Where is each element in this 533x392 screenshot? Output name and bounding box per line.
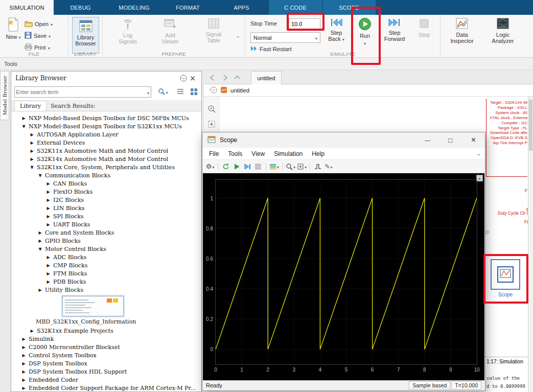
expand-arrow-icon[interactable]: ▶ — [30, 329, 34, 333]
fit-to-view-icon[interactable] — [207, 120, 216, 129]
panel-close-icon[interactable] — [188, 74, 197, 82]
prepare-gallery-arrow-icon[interactable] — [237, 33, 239, 39]
expand-arrow-icon[interactable]: ▶ — [30, 149, 34, 153]
nav-forward-icon[interactable] — [220, 74, 229, 82]
expand-arrow-icon[interactable]: ▶ — [38, 230, 42, 235]
search-history-arrow-icon[interactable] — [147, 89, 149, 96]
toolstrip-tab[interactable]: SCOPE — [322, 0, 376, 15]
library-tree-item[interactable]: ▶ S32K11x Automotive Math and Motor Cont… — [11, 147, 201, 155]
expand-arrow-icon[interactable]: ▶ — [46, 280, 51, 284]
scope-trigger-button[interactable] — [313, 162, 322, 172]
breadcrumb-model-name[interactable]: untitled — [230, 87, 249, 94]
library-tree-item[interactable]: ▼ NXP Model-Based Design Toolbox for S32… — [11, 122, 201, 130]
menu-item[interactable]: Simulation — [269, 150, 307, 157]
expand-arrow-icon[interactable]: ▼ — [38, 173, 42, 178]
grid-view-button[interactable] — [188, 86, 199, 98]
expand-arrow-icon[interactable]: ▶ — [46, 271, 51, 276]
scope-run-button[interactable] — [232, 162, 241, 172]
library-tree-item[interactable]: ▶ PDB Blocks — [11, 278, 201, 286]
library-tree-item[interactable]: ▶ Core and System Blocks — [11, 228, 201, 237]
toolstrip-tab[interactable]: DEBUG — [54, 0, 107, 15]
model-browser-side-tab[interactable]: Model Browser — [0, 71, 9, 120]
library-search-input[interactable] — [16, 87, 143, 97]
step-back-button[interactable]: Step Back — [322, 17, 350, 43]
model-tab[interactable]: untitled — [251, 71, 282, 84]
config-block-label[interactable]: MBD_S32K1xx_Config_Information — [11, 318, 201, 327]
expand-arrow-icon[interactable]: ▶ — [38, 239, 42, 243]
library-tree-item[interactable]: ▶ SPI Blocks — [11, 212, 201, 220]
library-tree-item[interactable]: ▶ ADC Blocks — [11, 253, 201, 261]
scope-plot-area[interactable]: 00.20.40.60.81012345678910 — [203, 173, 484, 380]
library-tree-item[interactable]: ▶ Utility Blocks — [11, 286, 201, 294]
simulation-mode-dropdown[interactable]: Normal — [250, 32, 320, 43]
expand-arrow-icon[interactable]: ▶ — [21, 361, 26, 366]
library-tree-item[interactable]: ▶ FTM Blocks — [11, 269, 201, 278]
library-tree-item[interactable]: ▶ GPIO Blocks — [11, 237, 201, 245]
scope-axes[interactable]: 00.20.40.60.81012345678910 — [215, 179, 477, 365]
list-view-button[interactable] — [175, 86, 186, 98]
expand-arrow-icon[interactable]: ▶ — [21, 337, 26, 341]
library-tree-item[interactable]: ▶ Control System Toolbox — [11, 351, 201, 359]
library-tree-item[interactable]: ▶ AUTOSAR Application Layer — [11, 130, 201, 139]
library-tree-item[interactable]: ▶ Embedded Coder — [11, 376, 201, 384]
nav-up-icon[interactable] — [233, 74, 242, 82]
toolstrip-tab[interactable]: MODELING — [107, 0, 161, 15]
expand-arrow-icon[interactable]: ▶ — [38, 288, 42, 292]
nav-back-icon[interactable] — [208, 74, 217, 82]
library-tree-item[interactable]: ▶ NXP Model-Based Design Toolbox for DSC… — [11, 114, 201, 122]
expand-arrow-icon[interactable]: ▶ — [21, 370, 26, 374]
library-tree-item[interactable]: ▶ DSP System Toolbox HDL Support — [11, 367, 201, 376]
scope-title-bar[interactable]: Scope — [202, 132, 485, 148]
library-tree-item[interactable]: ▶ Embedded Coder Support Package for ARM… — [11, 384, 201, 391]
stop-button[interactable]: Stop — [412, 17, 436, 38]
tab-search-results[interactable]: Search Results: — [47, 101, 99, 111]
expand-arrow-icon[interactable]: ▼ — [30, 165, 34, 170]
library-search-box[interactable] — [14, 86, 151, 98]
save-button[interactable]: Save — [25, 32, 51, 40]
menu-item[interactable]: Help — [307, 150, 329, 157]
scope-block[interactable] — [491, 259, 520, 290]
library-tree-item[interactable]: ▶ External Devices — [11, 139, 201, 147]
expand-arrow-icon[interactable]: ▶ — [46, 181, 51, 186]
expand-arrow-icon[interactable]: ▶ — [46, 198, 51, 202]
expand-arrow-icon[interactable]: ▶ — [46, 255, 51, 260]
logic-analyzer-button[interactable]: Logic Analyzer — [486, 17, 519, 44]
signal-table-button[interactable]: Signal Table — [197, 18, 230, 43]
run-button[interactable]: Run — [353, 17, 377, 46]
expand-arrow-icon[interactable]: ▶ — [30, 141, 34, 145]
library-tree-item[interactable]: ▶ UART Blocks — [11, 220, 201, 228]
canvas-vertical-scrollbar[interactable] — [528, 97, 533, 392]
search-button[interactable] — [155, 86, 171, 98]
new-button[interactable]: New — [3, 17, 24, 41]
expand-arrow-icon[interactable]: ▶ — [46, 190, 51, 194]
step-forward-button[interactable]: Step Forward — [380, 17, 409, 42]
expand-arrow-icon[interactable]: ▶ — [21, 378, 26, 382]
library-browser-button[interactable]: Library Browser — [72, 17, 99, 54]
library-tree-item[interactable]: ▶ Simulink — [11, 335, 201, 343]
expand-arrow-icon[interactable]: ▼ — [38, 247, 42, 251]
library-tree-item[interactable]: ▶ S32K14x Automotive Math and Motor Cont… — [11, 155, 201, 163]
scrollbar-thumb[interactable] — [529, 100, 532, 151]
expand-arrow-icon[interactable]: ▶ — [30, 132, 34, 137]
expand-arrow-icon[interactable]: ▼ — [21, 124, 26, 129]
toolstrip-tab[interactable]: SIMULATION — [0, 0, 54, 15]
expand-arrow-icon[interactable]: ▶ — [21, 116, 26, 121]
toolstrip-tab[interactable]: C CODE — [268, 0, 322, 15]
library-tree-item[interactable]: ▶ FlexIO Blocks — [11, 188, 201, 196]
scope-restart-button[interactable] — [221, 162, 230, 172]
menu-item[interactable]: View — [247, 150, 269, 157]
add-viewer-button[interactable]: Add Viewer — [153, 18, 187, 44]
expand-arrow-icon[interactable]: ▶ — [21, 345, 26, 350]
expand-arrow-icon[interactable]: ▶ — [21, 386, 26, 390]
scope-zoom-button[interactable] — [286, 162, 295, 172]
zoom-icon[interactable] — [207, 105, 216, 114]
expand-arrow-icon[interactable]: ▶ — [46, 206, 51, 211]
maximize-button[interactable] — [439, 132, 462, 148]
library-tree-item[interactable]: ▶ I2C Blocks — [11, 196, 201, 204]
library-tree-item[interactable]: ▼ Communication Blocks — [11, 171, 201, 179]
menu-item[interactable]: Tools — [223, 150, 247, 157]
expand-arrow-icon[interactable]: ▶ — [46, 214, 51, 219]
panel-dock-icon[interactable] — [179, 74, 188, 82]
data-inspector-button[interactable]: Data Inspector — [446, 17, 478, 44]
expand-arrow-icon[interactable]: ▶ — [46, 263, 51, 268]
